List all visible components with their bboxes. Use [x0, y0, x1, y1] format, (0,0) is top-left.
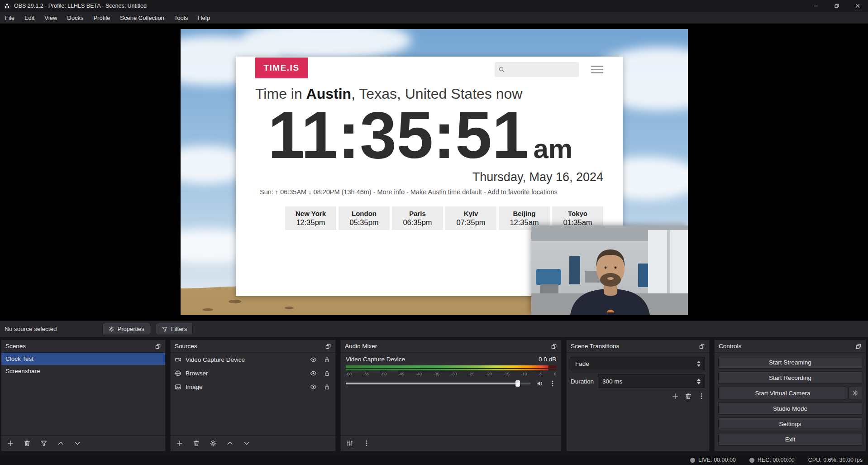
filters-button[interactable]: Filters — [156, 323, 193, 335]
mute-speaker-icon[interactable] — [536, 380, 544, 387]
hamburger-menu-icon — [591, 66, 603, 73]
start-recording-button[interactable]: Start Recording — [718, 371, 862, 384]
gear-icon — [852, 390, 858, 396]
source-label: Image — [186, 384, 306, 390]
timeis-search-box — [495, 62, 579, 77]
controls-popout-icon[interactable] — [855, 343, 862, 350]
live-time: LIVE: 00:00:00 — [698, 457, 736, 463]
menu-tools[interactable]: Tools — [169, 12, 193, 24]
lock-icon[interactable] — [324, 370, 330, 377]
source-item-image[interactable]: Image — [171, 380, 335, 393]
status-bar: LIVE: 00:00:00 REC: 00:00:00 CPU: 0.6%, … — [0, 455, 868, 465]
maximize-button[interactable] — [826, 0, 847, 12]
remove-scene-button[interactable] — [24, 440, 31, 447]
combo-arrows-icon — [697, 361, 701, 367]
scale-tick: -20 — [486, 371, 492, 376]
move-scene-down-button[interactable] — [74, 440, 81, 447]
channel-options-dots-icon[interactable] — [549, 380, 556, 387]
visibility-eye-icon[interactable] — [310, 356, 317, 363]
window-title: OBS 29.1.2 - Profile: LLHLS BETA - Scene… — [14, 3, 147, 9]
scale-tick: -60 — [346, 371, 352, 376]
studio-mode-button[interactable]: Studio Mode — [718, 402, 862, 415]
separator: - — [482, 188, 487, 196]
move-source-down-button[interactable] — [243, 440, 250, 447]
add-transition-button[interactable] — [672, 393, 679, 400]
lock-icon[interactable] — [324, 356, 330, 363]
audio-mixer-panel: Audio Mixer Video Capture Device 0.0 dB … — [340, 340, 562, 451]
spinbox-arrows-icon — [697, 379, 701, 384]
webcam-video — [531, 225, 688, 315]
transitions-popout-icon[interactable] — [699, 343, 705, 350]
move-scene-up-button[interactable] — [57, 440, 64, 447]
city-card: Kyiv07:35pm — [445, 206, 496, 230]
scene-filters-button[interactable] — [40, 440, 48, 447]
menu-docks[interactable]: Docks — [62, 12, 88, 24]
audio-options-dots-icon[interactable] — [363, 440, 370, 447]
program-video[interactable]: TIME.IS Time in Austin, Texas, United St… — [181, 29, 688, 315]
separator: - — [405, 188, 410, 196]
timeis-logo: TIME.IS — [255, 58, 308, 78]
scale-tick: -40 — [416, 371, 422, 376]
virtual-camera-settings-button[interactable] — [849, 387, 862, 399]
menu-profile[interactable]: Profile — [88, 12, 115, 24]
menu-view[interactable]: View — [39, 12, 62, 24]
scale-tick: -45 — [398, 371, 404, 376]
close-button[interactable] — [847, 0, 868, 12]
date-display: Thursday, May 16, 2024 — [255, 170, 603, 184]
source-status-text: No source selected — [5, 326, 57, 332]
scale-tick: -35 — [434, 371, 439, 376]
properties-button[interactable]: Properties — [102, 323, 150, 335]
scene-item-screenshare[interactable]: Screenshare — [1, 365, 165, 377]
volume-slider-handle[interactable] — [515, 380, 520, 387]
add-favorite-link: Add to favorite locations — [487, 188, 558, 196]
source-item-video-capture-device[interactable]: Video Capture Device — [171, 353, 335, 366]
remove-source-button[interactable] — [193, 440, 200, 447]
duration-input[interactable]: 300 ms — [598, 374, 705, 388]
scenes-toolbar — [1, 435, 165, 451]
start-virtual-camera-button[interactable]: Start Virtual Camera — [718, 387, 847, 399]
meter-scale: -60 -55 -50 -45 -40 -35 -30 -25 -20 -15 … — [346, 371, 556, 376]
volume-slider[interactable] — [346, 383, 531, 384]
window-controls — [806, 0, 868, 12]
add-source-button[interactable] — [176, 440, 183, 447]
scale-tick: -50 — [381, 371, 387, 376]
source-properties-button[interactable] — [210, 440, 217, 447]
globe-icon — [175, 370, 181, 377]
transition-options-dots-icon[interactable] — [698, 393, 705, 400]
transition-select[interactable]: Fade — [571, 357, 705, 370]
audio-mixer-popout-icon[interactable] — [551, 343, 557, 350]
source-context-toolbar: No source selected Properties Filters — [0, 321, 868, 337]
exit-button[interactable]: Exit — [718, 433, 862, 446]
scale-tick: -15 — [504, 371, 510, 376]
advanced-audio-button[interactable] — [346, 440, 353, 447]
visibility-eye-icon[interactable] — [310, 384, 317, 390]
menu-edit[interactable]: Edit — [19, 12, 39, 24]
city-time: 05:35pm — [342, 218, 386, 227]
settings-button[interactable]: Settings — [718, 417, 862, 430]
menu-file[interactable]: File — [0, 12, 19, 24]
live-status: LIVE: 00:00:00 — [690, 457, 736, 463]
remove-transition-button[interactable] — [685, 393, 692, 400]
start-streaming-button[interactable]: Start Streaming — [718, 356, 862, 369]
visibility-eye-icon[interactable] — [310, 370, 317, 377]
add-scene-button[interactable] — [7, 440, 14, 447]
source-item-browser[interactable]: Browser — [171, 366, 335, 380]
menu-scene-collection[interactable]: Scene Collection — [115, 12, 169, 24]
scenes-popout-icon[interactable] — [155, 343, 161, 350]
controls-panel: Controls Start Streaming Start Recording… — [714, 340, 866, 451]
city-name: London — [342, 210, 386, 217]
sources-popout-icon[interactable] — [325, 343, 331, 350]
city-name: Kyiv — [449, 210, 493, 217]
minimize-button[interactable] — [806, 0, 826, 12]
titlebar: OBS 29.1.2 - Profile: LLHLS BETA - Scene… — [0, 0, 868, 12]
obs-logo-icon — [4, 3, 10, 10]
scale-tick: -25 — [468, 371, 474, 376]
move-source-up-button[interactable] — [226, 440, 234, 447]
scenes-panel-title: Scenes — [5, 343, 26, 350]
mixer-db-value: 0.0 dB — [539, 356, 556, 363]
sources-panel-title: Sources — [175, 343, 197, 350]
scene-item-clock-test[interactable]: Clock Test — [1, 353, 165, 365]
lock-icon[interactable] — [324, 384, 330, 390]
menu-help[interactable]: Help — [193, 12, 215, 24]
make-default-link: Make Austin time default — [410, 188, 482, 196]
